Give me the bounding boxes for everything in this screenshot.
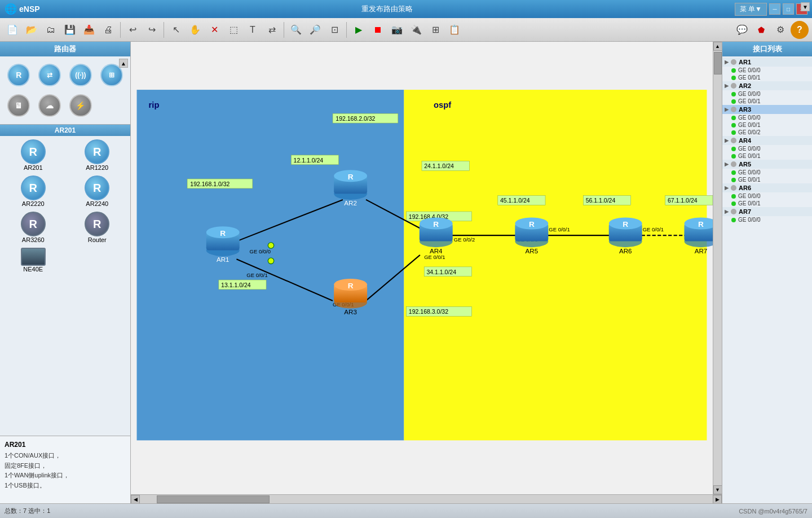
svg-text:AR5: AR5	[526, 248, 539, 254]
subnet-24-1-1: 24.1.1.0/24	[424, 163, 454, 169]
vertical-scrollbar[interactable]: ▲ ▼	[713, 42, 722, 494]
iface-ar1-ge001[interactable]: GE 0/0/1	[722, 74, 812, 81]
iface-ar6-ge000[interactable]: GE 0/0/0	[722, 192, 812, 200]
device-icon-wifi[interactable]: ((·))	[67, 61, 95, 89]
iface-ar7-ge000[interactable]: GE 0/0/0	[722, 216, 812, 223]
start-button[interactable]: ▶	[350, 21, 368, 39]
grid-button[interactable]: ⊞	[426, 21, 444, 39]
iface-section-ar7[interactable]: ▶ AR7	[722, 207, 812, 216]
iface-section-ar6[interactable]: ▶ AR6	[722, 183, 812, 192]
restore-button[interactable]: □	[783, 3, 794, 15]
iface-section-ar1[interactable]: ▶ AR1	[722, 58, 812, 67]
ar2-status-dot	[731, 83, 736, 89]
svg-text:R: R	[220, 229, 226, 238]
area-select-button[interactable]: ⬚	[224, 21, 242, 39]
scroll-down-btn[interactable]: ▼	[713, 485, 722, 494]
settings-button[interactable]: ⚙	[771, 21, 789, 39]
cloud-icon: ☁	[38, 94, 61, 117]
capture-button[interactable]: 📷	[388, 21, 406, 39]
device-icon-power[interactable]: ⚡	[67, 91, 95, 120]
hscroll-thumb[interactable]	[157, 495, 270, 503]
iface-ar3-ge001[interactable]: GE 0/0/1	[722, 121, 812, 129]
import-button[interactable]: 📥	[80, 21, 98, 39]
ar3260-label: AR3260	[22, 236, 45, 243]
iface-ar5-ge001[interactable]: GE 0/0/1	[722, 176, 812, 183]
chat-button[interactable]: 💬	[733, 21, 751, 39]
device-item-ar201[interactable]: R AR201	[3, 139, 63, 171]
svg-text:AR3: AR3	[344, 309, 357, 315]
ar3-ge002-label: GE 0/0/2	[738, 129, 760, 135]
iface-ar1-ge000[interactable]: GE 0/0/0	[722, 67, 812, 74]
scroll-thumb-v[interactable]	[714, 52, 722, 74]
scroll-up-btn[interactable]: ▲	[713, 42, 722, 51]
network-canvas[interactable]: rip ospf 192.168.2.0/32 12.1.1.0/24 192.…	[131, 42, 713, 494]
ar1-ge001-label: GE 0/0/1	[738, 74, 760, 81]
device-item-ar2220[interactable]: R AR2220	[3, 175, 63, 207]
iface-ar3-ge000[interactable]: GE 0/0/0	[722, 114, 812, 121]
ar5-ge001-dot	[731, 178, 736, 182]
device-item-ar2240[interactable]: R AR2240	[68, 175, 127, 207]
new-button[interactable]: 📄	[3, 21, 21, 39]
ospf-label: ospf	[434, 100, 451, 109]
ar5-ge000-label: GE 0/0/0	[738, 169, 760, 175]
save-button[interactable]: 💾	[61, 21, 79, 39]
canvas-area[interactable]: rip ospf 192.168.2.0/32 12.1.1.0/24 192.…	[131, 42, 722, 503]
zoom-in-button[interactable]: 🔎	[306, 21, 324, 39]
iface-ar5-ge000[interactable]: GE 0/0/0	[722, 169, 812, 176]
redo-button[interactable]: ↪	[143, 21, 161, 39]
ar5-section-label: AR5	[739, 161, 751, 168]
ar6-ge000-dot	[731, 194, 736, 199]
device-item-ne40e[interactable]: NE40E	[3, 248, 63, 273]
scroll-right-btn[interactable]: ▶	[713, 495, 722, 504]
subnet-192-168-1: 192.168.1.0/32	[190, 181, 230, 187]
save-template-button[interactable]: 🗂	[42, 21, 60, 39]
toolbar-separator-3	[284, 22, 284, 38]
minimize-button[interactable]: ─	[769, 3, 780, 15]
scroll-left-btn[interactable]: ◀	[131, 495, 140, 504]
huawei-button[interactable]: ⬟	[752, 21, 770, 39]
horizontal-scrollbar[interactable]: ◀ ▶	[131, 494, 722, 503]
scroll-up-arrow[interactable]: ▲	[119, 59, 128, 68]
iface-section-ar3[interactable]: ▶ AR3	[722, 105, 812, 114]
device-icon-router[interactable]: R	[5, 61, 33, 89]
device-item-ar3260[interactable]: R AR3260	[3, 212, 63, 243]
select-button[interactable]: ↖	[167, 21, 185, 39]
iface-ar4-ge000[interactable]: GE 0/0/0	[722, 145, 812, 152]
right-panel-header: 接口列表	[722, 42, 812, 56]
print-button[interactable]: 🖨	[99, 21, 117, 39]
iface-section-ar4[interactable]: ▶ AR4	[722, 136, 812, 145]
zoom-out-button[interactable]: 🔍	[287, 21, 305, 39]
menu-button[interactable]: 菜 单▼	[735, 3, 767, 16]
iface-section-ar2[interactable]: ▶ AR2	[722, 81, 812, 90]
device-icon-cloud[interactable]: ☁	[36, 91, 64, 120]
help-button[interactable]: ?	[791, 21, 809, 39]
device-item-ar1220[interactable]: R AR1220	[68, 139, 127, 171]
device-icon-monitor[interactable]: 🖥	[5, 91, 33, 120]
hand-button[interactable]: ✋	[186, 21, 204, 39]
iface-ar6-ge001[interactable]: GE 0/0/1	[722, 200, 812, 207]
iface-ar2-ge001[interactable]: GE 0/0/1	[722, 98, 812, 105]
hscroll-track	[140, 495, 713, 503]
svg-text:R: R	[529, 220, 535, 229]
config-file-button[interactable]: 📋	[445, 21, 464, 39]
ar4-arrow: ▶	[725, 138, 729, 143]
delete-button[interactable]: ✕	[205, 21, 223, 39]
ar1-ge000-label: GE 0/0/0	[738, 67, 760, 73]
device-item-router[interactable]: R Router	[68, 212, 127, 243]
stop-button[interactable]: ⏹	[369, 21, 387, 39]
text-button[interactable]: T	[244, 21, 262, 39]
fit-button[interactable]: ⊡	[325, 21, 343, 39]
svg-text:R: R	[623, 220, 628, 229]
svg-text:R: R	[348, 282, 354, 290]
connector-button[interactable]: ⇄	[263, 21, 281, 39]
undo-button[interactable]: ↩	[123, 21, 142, 39]
ar3-ge000-label: GE 0/0/0	[738, 115, 760, 121]
iface-ar4-ge001[interactable]: GE 0/0/1	[722, 152, 812, 160]
iface-ar2-ge000[interactable]: GE 0/0/0	[722, 90, 812, 98]
iface-section-ar5[interactable]: ▶ AR5	[722, 160, 812, 169]
port-ar6-ge001: GE 0/0/1	[643, 226, 664, 232]
iface-ar3-ge002[interactable]: GE 0/0/2	[722, 129, 812, 136]
port-button[interactable]: 🔌	[407, 21, 425, 39]
open-button[interactable]: 📂	[23, 21, 41, 39]
device-icon-switch[interactable]: ⇄	[36, 61, 64, 89]
